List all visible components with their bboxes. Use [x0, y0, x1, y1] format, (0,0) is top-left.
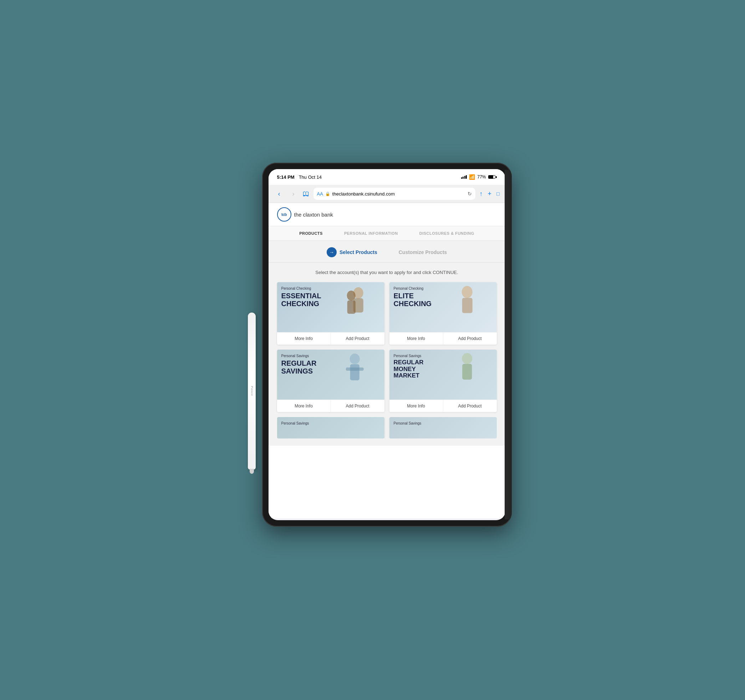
- svg-point-6: [350, 354, 360, 364]
- product-actions-essential: More Info Add Product: [277, 332, 384, 345]
- bank-header: tcb the claxton bank: [269, 203, 505, 226]
- person-svg-money-market: [438, 350, 497, 400]
- ipad-screen: 5:14 PM Thu Oct 14 📶 77%: [269, 169, 505, 520]
- logo-icon: tcb: [277, 207, 291, 222]
- browser-chrome: ‹ › 🕮 AA 🔒 theclaxtonbank.csinufund.com …: [269, 185, 505, 203]
- bank-logo: tcb the claxton bank: [277, 207, 333, 222]
- svg-point-9: [462, 353, 472, 364]
- product-actions-money-market: More Info Add Product: [389, 400, 497, 412]
- wizard-step-customize: Customize Products: [399, 249, 447, 255]
- pencil-tip: [250, 469, 254, 474]
- product-image-savings: Personal Savings REGULARSAVINGS: [277, 350, 384, 400]
- partial-product-card-1: Personal Savings: [277, 417, 384, 438]
- forward-button[interactable]: ›: [289, 189, 299, 199]
- partial-products-row: Personal Savings Personal Savings: [277, 417, 497, 438]
- select-products-label: Select Products: [340, 249, 377, 255]
- partial-product-card-2: Personal Savings: [389, 417, 497, 438]
- partial-product-image-2: Personal Savings: [389, 417, 497, 438]
- person-svg-elite: [438, 282, 497, 332]
- ipad-case: [505, 170, 512, 520]
- product-image-money-market: Personal Savings REGULARMONEYMARKET: [389, 350, 497, 400]
- more-info-savings[interactable]: More Info: [277, 400, 331, 412]
- back-button[interactable]: ‹: [274, 189, 284, 199]
- add-product-money-market[interactable]: Add Product: [443, 400, 497, 412]
- svg-point-4: [462, 286, 473, 298]
- select-products-icon: →: [327, 247, 337, 257]
- partial-product-image-1: Personal Savings: [277, 417, 384, 438]
- add-tab-button[interactable]: +: [488, 190, 492, 198]
- address-bar[interactable]: AA 🔒 theclaxtonbank.csinufund.com ↻: [314, 188, 476, 200]
- svg-rect-3: [347, 300, 356, 314]
- step-products[interactable]: PRODUCTS: [299, 231, 323, 235]
- svg-point-2: [347, 291, 356, 301]
- battery-percentage: 77%: [477, 174, 486, 180]
- signal-icon: [461, 175, 467, 179]
- battery-icon: [488, 175, 497, 179]
- reload-button[interactable]: ↻: [468, 191, 472, 196]
- product-card-elite-checking: Personal Checking ELITECHECKING More Inf…: [389, 282, 497, 345]
- add-product-essential[interactable]: Add Product: [331, 333, 384, 345]
- product-actions-savings: More Info Add Product: [277, 400, 384, 412]
- product-card-regular-savings: Personal Savings REGULARSAVINGS: [277, 350, 384, 412]
- product-grid: Personal Checking ESSENTIALCHECKING: [277, 282, 497, 412]
- product-actions-elite: More Info Add Product: [389, 332, 497, 345]
- svg-rect-5: [462, 298, 473, 313]
- step-personal-info[interactable]: PERSONAL INFORMATION: [344, 231, 398, 235]
- more-info-money-market[interactable]: More Info: [389, 400, 443, 412]
- wizard-steps: → Select Products Customize Products: [269, 241, 505, 262]
- product-image-essential: Personal Checking ESSENTIALCHECKING: [277, 282, 384, 332]
- status-icons: 📶 77%: [461, 174, 497, 180]
- pencil-text: Pencil: [250, 386, 253, 396]
- apple-pencil: Pencil: [248, 313, 256, 469]
- browser-actions: ↑ + □: [480, 190, 500, 198]
- product-card-money-market: Personal Savings REGULARMONEYMARKET More…: [389, 350, 497, 412]
- product-image-elite: Personal Checking ELITECHECKING: [389, 282, 497, 332]
- person-svg-essential: [325, 282, 384, 332]
- more-info-essential[interactable]: More Info: [277, 333, 331, 345]
- instructions-text: Select the account(s) that you want to a…: [277, 270, 497, 275]
- person-svg-savings: [325, 350, 384, 400]
- scene: Pencil 5:14 PM Thu Oct 14: [226, 163, 519, 537]
- svg-rect-7: [350, 364, 359, 380]
- aa-button[interactable]: AA: [317, 191, 323, 196]
- partial-category-2: Personal Savings: [394, 421, 492, 425]
- step-disclosures[interactable]: DISCLOSURES & FUNDING: [419, 231, 474, 235]
- product-card-essential-checking: Personal Checking ESSENTIALCHECKING: [277, 282, 384, 345]
- add-product-savings[interactable]: Add Product: [331, 400, 384, 412]
- svg-rect-8: [346, 367, 364, 371]
- status-date: Thu Oct 14: [299, 174, 322, 180]
- svg-rect-10: [462, 364, 472, 379]
- lock-icon: 🔒: [325, 192, 330, 196]
- more-info-elite[interactable]: More Info: [389, 333, 443, 345]
- content-area: Select the account(s) that you want to a…: [269, 262, 505, 446]
- wifi-icon: 📶: [469, 174, 475, 180]
- status-bar: 5:14 PM Thu Oct 14 📶 77%: [269, 169, 505, 185]
- ipad-frame: 5:14 PM Thu Oct 14 📶 77%: [262, 163, 512, 527]
- partial-category-1: Personal Savings: [281, 421, 380, 425]
- wizard-step-select[interactable]: → Select Products: [327, 247, 377, 257]
- customize-products-label: Customize Products: [399, 249, 447, 255]
- share-button[interactable]: ↑: [480, 190, 483, 198]
- bank-name: the claxton bank: [294, 211, 333, 217]
- steps-nav: PRODUCTS PERSONAL INFORMATION DISCLOSURE…: [269, 226, 505, 241]
- status-time: 5:14 PM: [277, 174, 295, 180]
- url-text: theclaxtonbank.csinufund.com: [332, 191, 395, 196]
- add-product-elite[interactable]: Add Product: [443, 333, 497, 345]
- tabs-button[interactable]: □: [497, 191, 499, 196]
- bookmarks-button[interactable]: 🕮: [303, 190, 309, 198]
- web-content: tcb the claxton bank PRODUCTS PERSONAL I…: [269, 203, 505, 519]
